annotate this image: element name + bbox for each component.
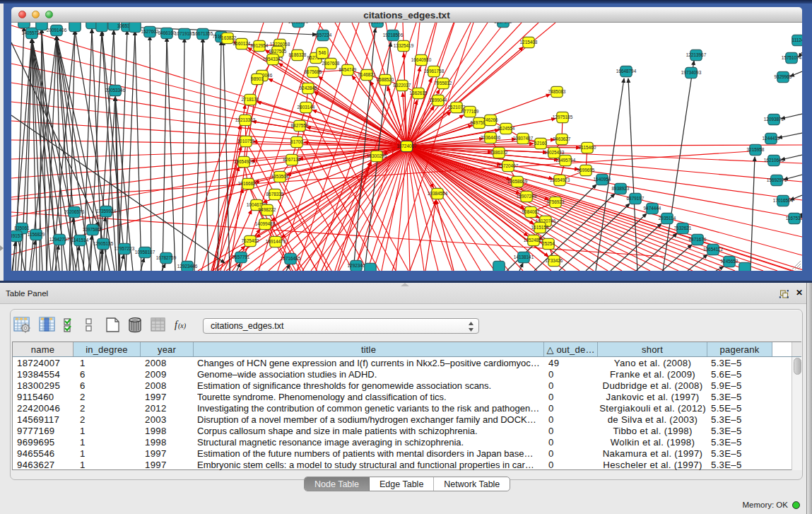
- svg-text:2867608: 2867608: [322, 61, 340, 66]
- svg-text:7357224: 7357224: [314, 33, 332, 37]
- svg-text:14055724: 14055724: [22, 30, 42, 35]
- svg-text:546: 546: [319, 50, 326, 55]
- svg-text:9245652: 9245652: [721, 259, 739, 264]
- svg-text:8267130: 8267130: [283, 157, 301, 162]
- svg-text:20364436: 20364436: [481, 135, 501, 140]
- svg-text:9657791: 9657791: [233, 255, 250, 259]
- svg-text:10025433: 10025433: [544, 150, 565, 155]
- svg-text:8454749: 8454749: [339, 67, 357, 72]
- svg-text:(x): (x): [178, 322, 187, 330]
- svg-text:7625402: 7625402: [242, 238, 259, 243]
- svg-text:12093872: 12093872: [764, 117, 784, 122]
- svg-text:1733426: 1733426: [546, 258, 563, 263]
- svg-text:8678335: 8678335: [266, 192, 284, 197]
- svg-text:8186328: 8186328: [289, 52, 307, 57]
- svg-text:12942737: 12942737: [49, 237, 70, 242]
- svg-text:17359924: 17359924: [96, 209, 117, 214]
- svg-text:12213303: 12213303: [235, 117, 256, 122]
- svg-text:14099489: 14099489: [255, 221, 276, 226]
- svg-text:98901: 98901: [251, 76, 264, 81]
- svg-text:16782759: 16782759: [156, 255, 177, 260]
- svg-text:11124: 11124: [792, 37, 802, 42]
- svg-text:2935114: 2935114: [659, 216, 676, 221]
- svg-text:1527602: 1527602: [141, 29, 159, 34]
- svg-text:6879197: 6879197: [627, 196, 645, 201]
- svg-text:16961758: 16961758: [424, 69, 445, 74]
- svg-text:10975867: 10975867: [83, 227, 103, 232]
- svg-text:18907249: 18907249: [517, 194, 537, 199]
- svg-text:3624554: 3624554: [498, 126, 515, 131]
- svg-text:12975185: 12975185: [553, 115, 573, 119]
- svg-text:20206576: 20206576: [64, 209, 85, 214]
- svg-text:15716485: 15716485: [281, 256, 301, 261]
- svg-text:20053346: 20053346: [105, 88, 126, 93]
- svg-text:17957223: 17957223: [114, 246, 135, 251]
- svg-text:10719185: 10719185: [175, 31, 195, 36]
- svg-text:13495794: 13495794: [555, 158, 576, 163]
- svg-text:9777169: 9777169: [461, 109, 479, 114]
- svg-text:9498222: 9498222: [259, 207, 276, 212]
- svg-text:9756923: 9756923: [547, 199, 565, 204]
- svg-text:9242848: 9242848: [300, 86, 317, 90]
- svg-text:10543342: 10543342: [263, 57, 283, 62]
- svg-text:12923446: 12923446: [177, 264, 198, 269]
- svg-text:2718170: 2718170: [242, 97, 259, 102]
- svg-text:7163822: 7163822: [219, 35, 237, 40]
- svg-text:62160: 62160: [534, 141, 547, 146]
- svg-text:9327505: 9327505: [269, 49, 287, 54]
- svg-text:16671355: 16671355: [193, 31, 213, 36]
- svg-text:9699695: 9699695: [577, 168, 595, 173]
- svg-text:7386372: 7386372: [490, 150, 508, 155]
- svg-text:7955812: 7955812: [435, 81, 452, 86]
- svg-text:15751074: 15751074: [782, 55, 802, 60]
- svg-text:10958187: 10958187: [135, 250, 155, 255]
- svg-text:16033809: 16033809: [288, 23, 309, 24]
- svg-text:8813054: 8813054: [369, 23, 387, 24]
- svg-text:8660124: 8660124: [233, 41, 251, 46]
- svg-text:6466160: 6466160: [158, 30, 176, 35]
- svg-text:1141514: 1141514: [71, 238, 89, 243]
- svg-text:1010755: 1010755: [237, 139, 255, 144]
- svg-text:25254: 25254: [542, 241, 555, 246]
- svg-text:19384554: 19384554: [428, 191, 448, 196]
- svg-text:12213967: 12213967: [686, 52, 707, 57]
- svg-text:1615152: 1615152: [531, 225, 549, 230]
- svg-text:1353504: 1353504: [271, 174, 289, 179]
- svg-text:20091406: 20091406: [47, 28, 67, 33]
- svg-text:17016504: 17016504: [773, 198, 794, 203]
- svg-text:8322037: 8322037: [394, 83, 411, 88]
- svg-text:2637872: 2637872: [495, 23, 512, 24]
- svg-text:18724007: 18724007: [396, 144, 417, 148]
- svg-text:13325419: 13325419: [394, 43, 414, 48]
- svg-text:13524851: 13524851: [524, 238, 544, 243]
- svg-text:7632621: 7632621: [674, 226, 692, 230]
- svg-text:1588520: 1588520: [377, 77, 394, 82]
- svg-text:16648794: 16648794: [616, 69, 637, 74]
- svg-text:12905135: 12905135: [93, 241, 114, 246]
- svg-text:8427552: 8427552: [291, 123, 309, 128]
- svg-text:835061: 835061: [14, 226, 30, 230]
- svg-text:1167533: 1167533: [786, 216, 802, 221]
- svg-text:3215958: 3215958: [747, 147, 765, 152]
- svg-text:15692971: 15692971: [767, 177, 787, 182]
- svg-text:10654112: 10654112: [703, 247, 723, 252]
- svg-text:2803144: 2803144: [298, 105, 315, 110]
- svg-text:10658609: 10658609: [507, 179, 528, 184]
- svg-text:9463627: 9463627: [553, 136, 571, 141]
- svg-text:8912954: 8912954: [251, 43, 269, 48]
- svg-text:18300295: 18300295: [367, 153, 387, 158]
- svg-text:1899044: 1899044: [430, 98, 447, 103]
- svg-text:1156829: 1156829: [28, 232, 45, 237]
- svg-text:1362615: 1362615: [410, 90, 428, 95]
- svg-text:16914479: 16914479: [266, 239, 286, 244]
- svg-text:10807487: 10807487: [513, 136, 534, 141]
- svg-text:746266: 746266: [483, 117, 498, 122]
- svg-text:19166827: 19166827: [238, 181, 259, 186]
- svg-text:8675685: 8675685: [305, 69, 322, 74]
- svg-text:14138141: 14138141: [514, 255, 534, 259]
- svg-text:1640954: 1640954: [594, 177, 611, 182]
- svg-text:39157: 39157: [11, 233, 23, 238]
- svg-text:13654923: 13654923: [550, 177, 570, 182]
- svg-text:8471676: 8471676: [689, 237, 707, 242]
- svg-text:1215408: 1215408: [520, 40, 538, 45]
